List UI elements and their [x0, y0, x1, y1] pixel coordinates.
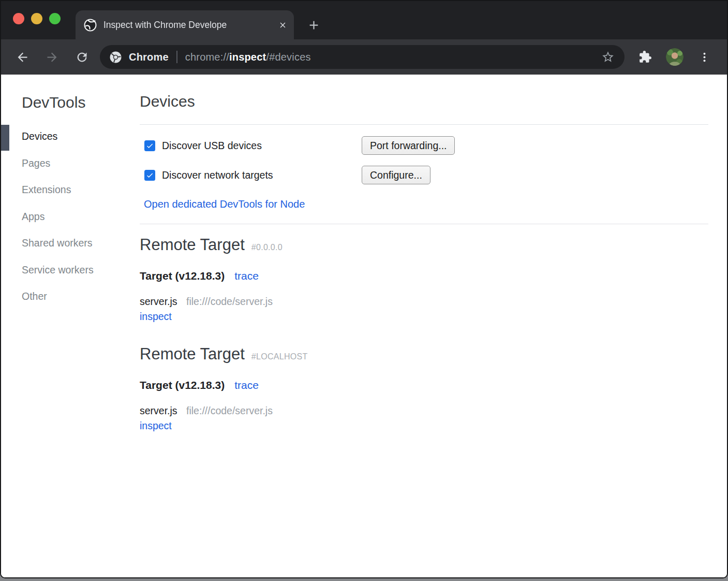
main-panel: Devices Discover USB devices Port forwar…: [140, 75, 727, 577]
discover-network-checkbox[interactable]: [144, 170, 155, 181]
divider: [140, 224, 708, 224]
discovery-options: Discover USB devices Port forwarding... …: [140, 136, 708, 184]
open-node-devtools-link[interactable]: Open dedicated DevTools for Node: [144, 198, 708, 210]
minimize-window-button[interactable]: [31, 13, 42, 24]
sidebar-selection-indicator: [1, 125, 9, 151]
target-file-name: server.js: [140, 296, 177, 307]
network-option-row: Discover network targets Configure...: [140, 166, 708, 184]
usb-option-row: Discover USB devices Port forwarding...: [140, 136, 708, 155]
inspect-link[interactable]: inspect: [140, 419, 172, 432]
tab-title: Inspect with Chrome Develope: [103, 20, 274, 31]
sidebar-item-apps[interactable]: Apps: [22, 204, 140, 230]
trace-link[interactable]: trace: [234, 378, 259, 393]
new-tab-button[interactable]: [303, 14, 324, 35]
url-text: chrome://inspect/#devices: [185, 51, 311, 63]
sidebar: DevTools Devices Pages Extensions Apps S…: [1, 75, 140, 577]
browser-window: Inspect with Chrome Develope: [0, 0, 728, 578]
target-file-name: server.js: [140, 405, 177, 416]
remote-target-section: Remote Target #0.0.0.0 Target (v12.18.3)…: [140, 235, 708, 323]
sidebar-item-pages[interactable]: Pages: [22, 150, 140, 177]
page-content: DevTools Devices Pages Extensions Apps S…: [1, 75, 727, 577]
tab-close-icon[interactable]: [277, 20, 288, 30]
chrome-logo-icon: [109, 51, 122, 64]
address-bar[interactable]: Chrome chrome://inspect/#devices: [100, 45, 625, 69]
inspect-link[interactable]: inspect: [140, 310, 172, 323]
configure-button[interactable]: Configure...: [362, 166, 430, 184]
toolbar-right-controls: [638, 48, 711, 66]
back-button[interactable]: [14, 49, 30, 65]
sidebar-nav: Devices Pages Extensions Apps Shared wor…: [22, 123, 140, 310]
window-controls: [13, 13, 61, 24]
bookmark-star-icon[interactable]: [601, 50, 615, 64]
devtools-title: DevTools: [22, 93, 140, 112]
profile-avatar[interactable]: [666, 48, 684, 66]
url-host: inspect: [229, 51, 266, 63]
reload-button[interactable]: [74, 49, 90, 65]
remote-target-heading: Remote Target: [140, 235, 245, 255]
titlebar: Inspect with Chrome Develope: [1, 1, 727, 39]
omnibox-separator: [176, 51, 177, 63]
port-forwarding-button[interactable]: Port forwarding...: [362, 136, 455, 155]
sidebar-item-service-workers[interactable]: Service workers: [22, 257, 140, 284]
sidebar-item-shared-workers[interactable]: Shared workers: [22, 230, 140, 257]
divider: [140, 124, 708, 125]
discover-usb-checkbox[interactable]: [144, 140, 155, 151]
target-version-label: Target (v12.18.3): [140, 269, 225, 283]
menu-kebab-icon[interactable]: [697, 50, 711, 64]
close-window-button[interactable]: [13, 13, 24, 24]
remote-target-address: #LOCALHOST: [251, 352, 308, 361]
target-file-url: file:///code/server.js: [186, 405, 273, 416]
target-version-label: Target (v12.18.3): [140, 378, 225, 393]
browser-tab[interactable]: Inspect with Chrome Develope: [76, 10, 294, 39]
remote-target-section: Remote Target #LOCALHOST Target (v12.18.…: [140, 344, 708, 432]
forward-button[interactable]: [44, 49, 60, 65]
sidebar-item-devices[interactable]: Devices: [22, 123, 140, 150]
discover-network-label: Discover network targets: [162, 169, 273, 181]
sidebar-item-other[interactable]: Other: [22, 283, 140, 310]
site-name-label: Chrome: [129, 51, 169, 63]
target-file-url: file:///code/server.js: [186, 296, 273, 307]
tab-favicon-globe-icon: [84, 19, 97, 32]
sidebar-item-extensions[interactable]: Extensions: [22, 177, 140, 204]
remote-target-heading: Remote Target: [140, 344, 245, 365]
page-title: Devices: [140, 92, 708, 111]
browser-toolbar: Chrome chrome://inspect/#devices: [1, 39, 727, 75]
url-fragment: /#devices: [266, 51, 310, 63]
url-scheme: chrome://: [185, 51, 229, 63]
trace-link[interactable]: trace: [234, 269, 259, 283]
zoom-window-button[interactable]: [49, 13, 61, 24]
discover-usb-label: Discover USB devices: [162, 140, 262, 152]
extensions-puzzle-icon[interactable]: [638, 50, 652, 64]
remote-target-address: #0.0.0.0: [251, 243, 283, 252]
